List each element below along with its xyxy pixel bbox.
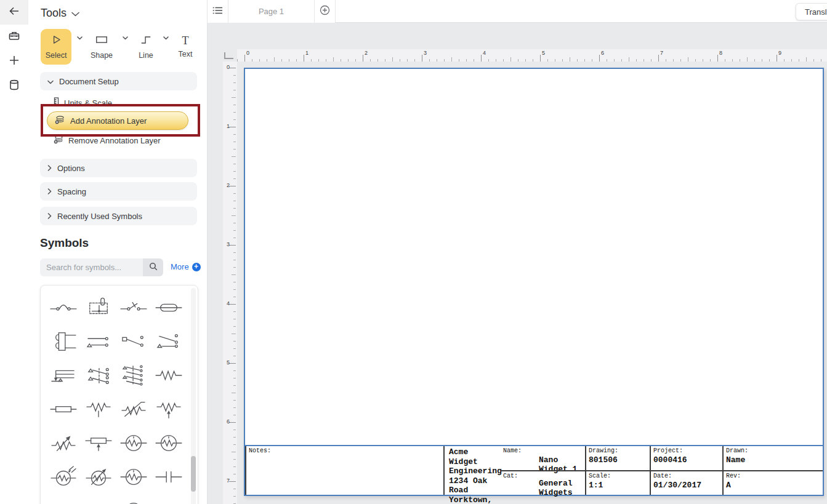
page-tab-bar: Page 1 [208,0,827,23]
symbol-capacitor[interactable] [151,460,186,494]
symbol-switch-spdt[interactable] [116,324,151,358]
symbol-circled-resistor-c[interactable] [116,460,151,494]
shape-tool-button[interactable]: Shape [86,29,117,65]
symbol-relay[interactable] [81,290,116,324]
units-scale-label: Units & Scale [64,98,112,108]
title-block-rev-cell[interactable]: Rev: A [722,470,823,495]
add-annotation-layer-button[interactable]: Add Annotation Layer [47,111,188,130]
section-label: Options [57,164,85,173]
ruler-tick [348,59,349,62]
symbol-transformer[interactable] [46,324,81,358]
ruler-tick [232,452,236,452]
text-tool-button[interactable]: T Text [170,29,201,65]
tools-panel-header[interactable]: Tools [41,7,79,20]
translate-button[interactable]: Translate [796,3,827,20]
symbol-circled-resistor-b[interactable] [151,426,186,460]
symbol-resistor[interactable] [151,358,186,392]
ruler-tick [510,57,511,62]
line-tool-button[interactable]: Line [131,29,161,65]
ruler-tick [233,326,236,327]
units-scale-item[interactable]: Units & Scale [54,97,112,108]
notes-label: Notes: [249,447,441,454]
ruler-tick [229,481,236,482]
symbol-gang2[interactable] [81,358,116,392]
symbol-search-input[interactable] [40,258,143,276]
symbol-resistor-box[interactable] [46,392,81,426]
symbol-switch-dpdt[interactable] [151,324,186,358]
tab-page-1[interactable]: Page 1 [228,0,315,23]
title-block-company-cell[interactable]: Acme Widget Engineering 1234 Oak Road Yo… [443,446,501,495]
symbols-scrollbar-thumb[interactable] [191,456,196,492]
ruler-tick [769,59,770,62]
title-block-date-cell[interactable]: Date: 01/30/2017 [650,470,722,495]
add-button[interactable] [0,49,28,74]
section-options[interactable]: Options [40,159,197,177]
ruler-tick [688,57,688,62]
remove-annotation-layer-label: Remove Annotation Layer [68,136,161,145]
symbol-var-arrow[interactable] [46,426,81,460]
symbol-trimmer[interactable] [151,392,186,426]
ruler-tick [233,105,236,105]
ruler-tick [363,55,363,62]
ruler-tick [799,59,799,62]
symbol-multi-pole[interactable] [46,358,81,392]
section-recently-used-symbols[interactable]: Recently Used Symbols [40,207,197,225]
symbol-switch-spst[interactable] [116,290,151,324]
title-block-drawing-cell[interactable]: Drawing: 801506 [585,446,650,470]
v-ruler-number: 3 [223,241,230,247]
chevron-down-icon [47,77,54,86]
ruler-tick [233,356,236,356]
title-block-project-cell[interactable]: Project: 0000416 [650,446,722,470]
symbol-ldr[interactable] [46,460,81,494]
symbol-varistor[interactable] [116,392,151,426]
ruler-tick [703,59,703,62]
ruler-tick [496,59,496,62]
back-button[interactable] [0,0,28,25]
ruler-tick [717,55,718,62]
symbol-jumper[interactable] [46,290,81,324]
title-block-name-cell[interactable]: Name: Nano Widget 1 [501,446,585,470]
chevron-right-icon [47,187,52,196]
shape-tool-dropdown[interactable] [121,34,129,42]
symbol-fuse[interactable] [151,290,186,324]
select-tool-button[interactable]: Select [41,29,71,65]
remove-annotation-layer-item[interactable]: Remove Annotation Layer [54,135,161,146]
symbol-resistor-b[interactable] [81,494,116,504]
symbol-capacitor-b[interactable] [46,494,81,504]
symbol-capacitor-c[interactable] [151,494,186,504]
ruler-tick [233,178,236,179]
symbol-contacts-pair[interactable] [81,324,116,358]
ruler-tick [488,59,489,62]
section-spacing[interactable]: Spacing [40,182,197,201]
cat-value: General Widgets [539,479,585,497]
ruler-tick [791,59,792,62]
more-symbols-link[interactable]: More + [171,262,201,271]
title-block-drawn-cell[interactable]: Drawn: Name [722,446,823,470]
symbol-circled-var[interactable] [81,460,116,494]
v-ruler-number: 1 [223,123,230,129]
symbol-gang4[interactable] [116,358,151,392]
title-block-scale-cell[interactable]: Scale: 1:1 [585,470,650,495]
drawing-page[interactable]: Name: Nano Widget 1 Drawing: 801506 Proj… [244,68,824,496]
title-block-notes-cell[interactable]: Notes: [245,446,443,495]
title-block-cat-cell[interactable]: Cat: General Widgets [501,470,585,495]
symbol-circled-resistor[interactable] [116,426,151,460]
symbol-box-tap[interactable] [81,426,116,460]
plus-circle-icon: + [192,263,201,271]
data-button[interactable] [0,74,28,98]
symbol-search-button[interactable] [143,258,163,276]
vertical-ruler: 01234567 [223,62,237,504]
section-document-setup[interactable]: Document Setup [40,72,197,90]
toolbox-button[interactable] [0,25,28,49]
symbol-potentiometer[interactable] [81,392,116,426]
h-ruler-number: 8 [719,50,722,56]
rev-label: Rev: [726,473,820,479]
symbol-circled-resistor-d[interactable] [116,494,151,504]
symbols-scrollbar[interactable] [191,288,196,504]
add-page-button[interactable] [315,0,336,23]
elbow-line-icon [140,34,152,48]
page-list-button[interactable] [208,0,228,23]
ruler-tick [233,201,236,201]
line-tool-dropdown[interactable] [161,34,170,42]
select-tool-dropdown[interactable] [75,34,84,42]
